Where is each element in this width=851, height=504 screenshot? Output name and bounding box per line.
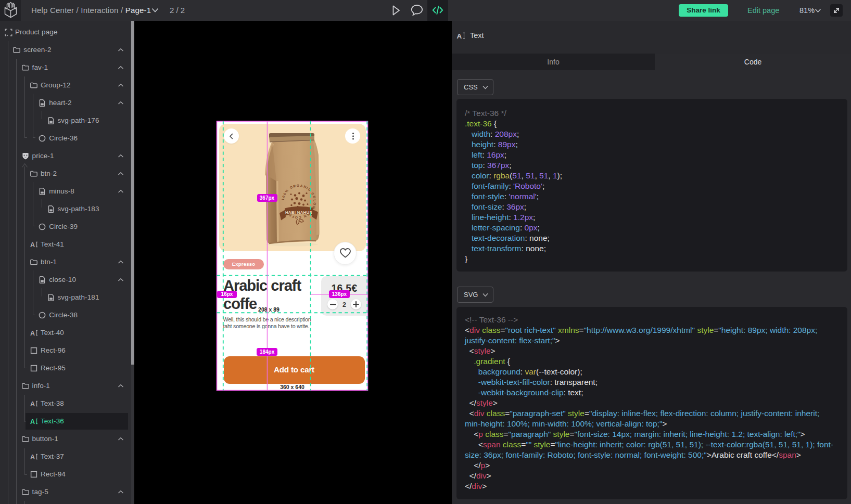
svg-text:A: A xyxy=(457,32,462,40)
svg-text:A: A xyxy=(30,241,35,249)
svg-text:A: A xyxy=(30,400,35,408)
svg-text:A: A xyxy=(30,418,35,425)
svg-text:A: A xyxy=(30,454,35,461)
svg-text:A: A xyxy=(30,330,35,337)
